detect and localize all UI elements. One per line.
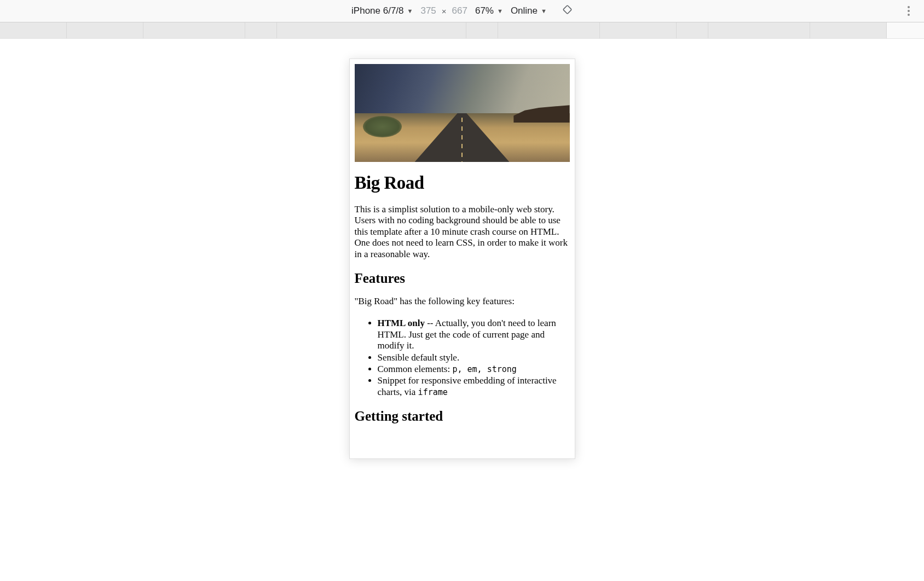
more-vertical-icon (908, 6, 910, 8)
height-value: 667 (452, 5, 467, 16)
list-item: Snippet for responsive embedding of inte… (378, 375, 570, 398)
throttle-value: Online (511, 5, 538, 16)
list-item: HTML only -- Actually, you don't need to… (378, 318, 570, 351)
list-item: Common elements: p, em, strong (378, 364, 570, 375)
chevron-down-icon: ▼ (407, 8, 413, 14)
devtools-device-toolbar: iPhone 6/7/8 ▼ 375 × 667 67% ▼ Online ▼ (0, 0, 924, 22)
device-name: iPhone 6/7/8 (351, 5, 403, 16)
ruler-segment[interactable] (0, 22, 67, 38)
more-options-button[interactable] (903, 2, 914, 20)
device-selector[interactable]: iPhone 6/7/8 ▼ (351, 5, 413, 16)
svg-rect-0 (563, 5, 572, 14)
width-value: 375 (420, 5, 436, 16)
ruler-segment[interactable] (810, 22, 887, 38)
rotate-icon (562, 4, 573, 15)
device-frame: Big Road This is a simplist solution to … (349, 59, 575, 459)
rotate-button[interactable] (562, 4, 573, 18)
ruler-segment[interactable] (466, 22, 498, 38)
ruler-segment[interactable] (600, 22, 677, 38)
ruler-segment[interactable] (67, 22, 143, 38)
page-title: Big Road (355, 173, 570, 193)
list-item: Sensible default style. (378, 352, 570, 363)
ruler-segment[interactable] (708, 22, 810, 38)
zoom-value: 67% (475, 5, 494, 16)
getting-started-heading: Getting started (355, 409, 570, 424)
features-intro: "Big Road" has the following key feature… (355, 296, 570, 307)
ruler-segment[interactable] (498, 22, 600, 38)
ruler-segment[interactable] (677, 22, 708, 38)
features-list: HTML only -- Actually, you don't need to… (355, 318, 570, 398)
toolbar-center: iPhone 6/7/8 ▼ 375 × 667 67% ▼ Online ▼ (351, 4, 573, 18)
dimension-separator: × (442, 7, 447, 16)
ruler-bar[interactable] (0, 22, 924, 39)
zoom-selector[interactable]: 67% ▼ (475, 5, 503, 16)
viewport-area: Big Road This is a simplist solution to … (0, 39, 924, 581)
ruler-segment[interactable] (143, 22, 245, 38)
dimensions-display: 375 × 667 (420, 5, 467, 16)
hero-image (355, 64, 570, 162)
ruler-segment[interactable] (277, 22, 466, 38)
ruler-segment[interactable] (245, 22, 277, 38)
throttle-selector[interactable]: Online ▼ (511, 5, 547, 16)
chevron-down-icon: ▼ (497, 8, 503, 14)
article-content: Big Road This is a simplist solution to … (355, 173, 570, 424)
intro-paragraph: This is a simplist solution to a mobile-… (355, 204, 570, 260)
chevron-down-icon: ▼ (541, 8, 547, 14)
features-heading: Features (355, 271, 570, 286)
